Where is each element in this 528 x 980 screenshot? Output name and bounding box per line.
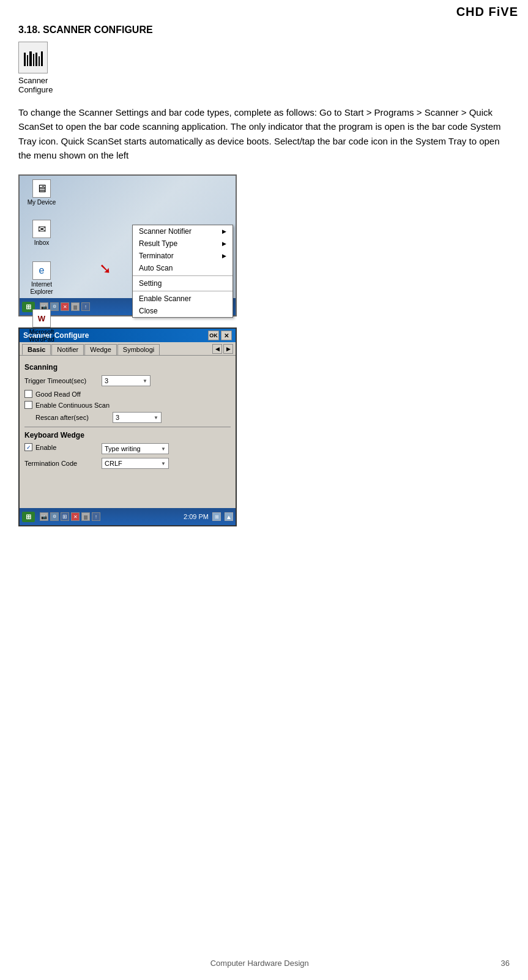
enable-continuous-scan-checkbox[interactable] (24, 401, 32, 409)
enable-checkbox[interactable]: ✓ (24, 443, 32, 451)
menu-item-scanner-notifier[interactable]: Scanner Notifier ▶ (133, 225, 232, 238)
tab-symbologi[interactable]: Symbologi (117, 344, 160, 355)
config-taskbar-icon-5[interactable]: ||| (81, 512, 90, 521)
scanner-icon-area: ScannerConfigure (18, 42, 510, 94)
scanning-section-title: Scanning (24, 363, 231, 372)
desktop-icon-wordpad: W MicrosoftWordPad (24, 309, 59, 343)
menu-item-label: Auto Scan (139, 264, 173, 272)
tab-wedge[interactable]: Wedge (84, 344, 117, 355)
trigger-timeout-value: 3 (105, 377, 108, 384)
enable-label: Enable (35, 444, 56, 451)
device-desktop: 🖥 My Device ✉ Inbox (20, 176, 236, 298)
section-heading: 3.18. Scanner Configure (18, 24, 510, 36)
config-body: Scanning Trigger Timeout(sec) 3 ▼ Good R… (20, 356, 236, 508)
taskbar-icon-3[interactable]: ✕ (61, 302, 69, 311)
red-arrow-indicator: ➘ (99, 260, 111, 277)
wordpad-icon: W MicrosoftWordPad (24, 309, 59, 348)
config-taskbar-end[interactable]: ⊞ (212, 512, 221, 521)
device-screen: 🖥 My Device ✉ Inbox (18, 174, 237, 316)
menu-item-label: Result Type (139, 239, 177, 248)
enable-continuous-scan-row: Enable Continuous Scan (24, 401, 231, 409)
barcode-bar (41, 51, 43, 66)
submenu-arrow: ▶ (222, 241, 226, 247)
inbox-symbol: ✉ (38, 223, 46, 235)
keyboard-wedge-section-title: Keyboard Wedge (24, 431, 231, 440)
config-taskbar-icon-2[interactable]: ⚙ (50, 512, 59, 521)
menu-item-label: Enable Scanner (139, 294, 191, 303)
menu-item-setting[interactable]: Setting (133, 277, 232, 290)
rescan-after-row: Rescan after(sec) 3 ▼ (24, 412, 231, 423)
barcode-bar (33, 54, 34, 66)
termination-code-value: CRLF (105, 460, 122, 467)
scanner-config-screen: Scanner Configure OK ✕ Basic Notifier We… (18, 327, 237, 526)
config-taskbar-icon-3[interactable]: ⊞ (61, 512, 69, 521)
barcode-bar (29, 51, 32, 66)
menu-item-result-type[interactable]: Result Type ▶ (133, 238, 232, 250)
enable-checkbox-row: ✓ Enable (24, 443, 98, 451)
config-taskbar-up[interactable]: ▲ (225, 512, 233, 521)
menu-item-auto-scan[interactable]: Auto Scan (133, 262, 232, 274)
wordpad-label: MicrosoftWordPad (29, 329, 54, 343)
menu-item-label: Terminator (139, 252, 174, 260)
config-start-button[interactable]: ⊞ (22, 512, 35, 522)
rescan-after-value: 3 (116, 414, 119, 421)
trigger-timeout-label: Trigger Timeout(sec) (24, 377, 98, 384)
inbox-label: Inbox (34, 239, 49, 247)
close-button[interactable]: ✕ (221, 331, 232, 340)
type-writing-select[interactable]: Type writing ▼ (102, 443, 169, 454)
titlebar-buttons: OK ✕ (208, 331, 232, 340)
menu-item-close[interactable]: Close (133, 305, 232, 317)
desktop-icon-mydevice: 🖥 My Device (24, 179, 59, 206)
config-taskbar-icon-6[interactable]: ↑ (92, 512, 100, 521)
rescan-after-label: Rescan after(sec) (35, 414, 109, 421)
logo-text: CHD FiVE (456, 5, 518, 18)
menu-item-terminator[interactable]: Terminator ▶ (133, 250, 232, 262)
scanner-config-screenshot: Scanner Configure OK ✕ Basic Notifier We… (18, 327, 510, 526)
good-read-off-label: Good Read Off (35, 391, 81, 398)
my-device-icon: 🖥 My Device (24, 179, 59, 211)
type-writing-value: Type writing (105, 445, 141, 452)
select-arrow: ▼ (161, 446, 166, 452)
context-menu: Scanner Notifier ▶ Result Type ▶ Termina… (132, 225, 233, 318)
tab-prev[interactable]: ◀ (212, 344, 222, 354)
barcode-bar (27, 55, 28, 66)
mydevice-icon-img: 🖥 (32, 179, 51, 198)
section-title: Scanner Configure (43, 24, 153, 35)
rescan-after-select[interactable]: 3 ▼ (113, 412, 162, 423)
desktop-icon-inbox: ✉ Inbox (24, 220, 59, 247)
trigger-timeout-row: Trigger Timeout(sec) 3 ▼ (24, 375, 231, 386)
good-read-off-row: Good Read Off (24, 390, 231, 398)
config-taskbar-icons: 📷 ⚙ ⊞ ✕ ||| ↑ (40, 512, 100, 521)
device-screenshot: 🖥 My Device ✉ Inbox (18, 174, 510, 316)
start-flag: ⊞ (26, 513, 31, 521)
taskbar-icon-4[interactable]: ||| (71, 302, 80, 311)
config-taskbar-time: 2:09 PM (184, 513, 209, 520)
device-symbol: 🖥 (36, 182, 47, 195)
ie-icon-img: e (32, 261, 51, 280)
submenu-arrow: ▶ (222, 253, 226, 259)
wordpad-symbol: W (38, 314, 45, 323)
wordpad-icon-img: W (32, 309, 51, 327)
tab-next[interactable]: ▶ (223, 344, 233, 354)
header-logo: CHD FiVE (456, 5, 518, 19)
menu-item-enable-scanner[interactable]: Enable Scanner (133, 293, 232, 305)
scanner-icon-label: ScannerConfigure (18, 76, 53, 94)
page-footer: Computer Hardware Design 36 (0, 959, 528, 968)
menu-item-label: Close (139, 307, 158, 315)
submenu-arrow: ▶ (222, 228, 226, 234)
config-taskbar-icon-1[interactable]: 📷 (40, 512, 48, 521)
menu-divider (133, 275, 232, 276)
termination-code-select[interactable]: CRLF ▼ (102, 458, 169, 469)
select-arrow: ▼ (154, 415, 158, 421)
trigger-timeout-select[interactable]: 3 ▼ (102, 375, 151, 386)
config-taskbar-icon-4[interactable]: ✕ (71, 512, 80, 521)
termination-code-label: Termination Code (24, 460, 98, 467)
tab-scroll: ◀ ▶ (212, 344, 233, 355)
ie-label: InternetExplorer (30, 281, 53, 296)
taskbar-icon-5[interactable]: ↑ (81, 302, 90, 311)
select-arrow: ▼ (143, 378, 147, 384)
enable-continuous-scan-label: Enable Continuous Scan (35, 402, 110, 409)
good-read-off-checkbox[interactable] (24, 390, 32, 398)
ok-button[interactable]: OK (208, 331, 219, 340)
inbox-icon: ✉ Inbox (24, 220, 59, 252)
